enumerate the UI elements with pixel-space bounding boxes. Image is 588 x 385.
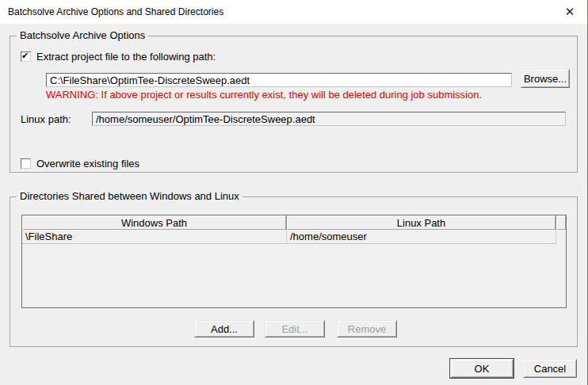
overwrite-checkbox-label: Overwrite existing files bbox=[36, 158, 139, 170]
remove-button: Remove bbox=[337, 320, 397, 337]
extract-project-checkbox-label: Extract project file to the following pa… bbox=[36, 51, 216, 63]
linux-path-field bbox=[92, 112, 566, 126]
close-icon: ✕ bbox=[565, 5, 575, 19]
add-button[interactable]: Add... bbox=[194, 320, 254, 337]
browse-button[interactable]: Browse... bbox=[521, 69, 570, 88]
extract-project-checkbox[interactable] bbox=[21, 51, 31, 62]
extract-project-checkbox-row[interactable]: Extract project file to the following pa… bbox=[21, 51, 216, 63]
batchsolve-archive-dialog: Batchsolve Archive Options and Shared Di… bbox=[0, 0, 588, 385]
cancel-button[interactable]: Cancel bbox=[523, 359, 577, 378]
column-header-linux-path[interactable]: Linux Path bbox=[287, 215, 556, 230]
shared-directories-title: Directories Shared between Windows and L… bbox=[17, 191, 242, 202]
close-button[interactable]: ✕ bbox=[556, 0, 583, 24]
dialog-title: Batchsolve Archive Options and Shared Di… bbox=[8, 0, 223, 24]
linux-path-label: Linux path: bbox=[21, 113, 71, 125]
table-header-row: Windows Path Linux Path bbox=[22, 215, 566, 230]
cell-windows-path[interactable]: \FileShare bbox=[22, 230, 287, 244]
windows-path-input[interactable] bbox=[46, 73, 512, 87]
table-row[interactable]: \FileShare /home/someuser bbox=[22, 230, 566, 244]
shared-directories-table: Windows Path Linux Path \FileShare /home… bbox=[21, 215, 567, 308]
archive-options-title: Batchsolve Archive Options bbox=[17, 30, 148, 41]
overwrite-checkbox[interactable] bbox=[21, 158, 31, 169]
column-header-windows-path[interactable]: Windows Path bbox=[22, 215, 287, 230]
cell-linux-path[interactable]: /home/someuser bbox=[287, 230, 556, 244]
ok-button[interactable]: OK bbox=[450, 359, 514, 378]
warning-text: WARNING: If above project or results cur… bbox=[46, 89, 482, 101]
overwrite-checkbox-row[interactable]: Overwrite existing files bbox=[21, 158, 139, 170]
shared-directories-groupbox: Directories Shared between Windows and L… bbox=[10, 196, 578, 347]
edit-button: Edit... bbox=[265, 320, 325, 337]
archive-options-groupbox: Batchsolve Archive Options Extract proje… bbox=[10, 36, 578, 173]
title-bar[interactable]: Batchsolve Archive Options and Shared Di… bbox=[0, 0, 588, 24]
column-header-stub bbox=[556, 215, 566, 230]
